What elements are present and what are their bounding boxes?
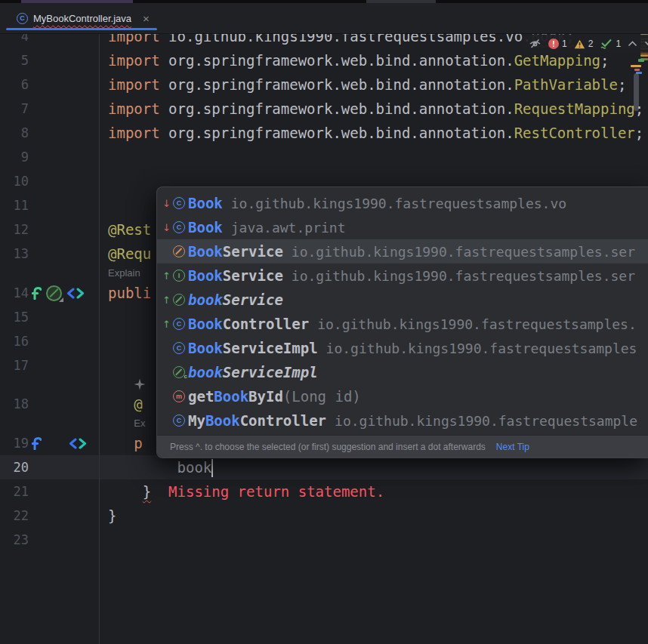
code-line[interactable]: import org.springframework.web.bind.anno… [108,121,643,145]
completion-tail: java.awt.print [231,220,346,236]
line-number[interactable]: 12 [0,217,29,242]
code-line[interactable]: p [108,431,143,455]
spring-bean-field-icon [173,294,185,306]
ide-window: 4import io.github.kings1990.fastrequests… [0,0,648,644]
completion-item[interactable]: BookServiceio.github.kings1990.fastreque… [157,239,648,263]
completion-item[interactable]: ↓CBookio.github.kings1990.fastrequestsam… [157,191,648,215]
code-token: p [108,435,143,451]
completion-name: BookServiceImpl [188,340,318,356]
chevron-up-icon [628,41,637,47]
code-line[interactable]: publi [108,281,151,305]
prev-problem-button[interactable] [628,41,637,47]
code-token: @Rest [108,221,151,238]
completion-item-type: C [173,414,188,427]
completion-item-type: C [173,221,188,233]
error-icon: ! [548,39,559,49]
gutter-icons[interactable] [32,431,87,455]
code-token: @ [108,396,143,412]
line-number[interactable]: 10 [0,169,29,193]
warning-stripe-mark[interactable] [631,65,641,67]
completion-item-type: I [173,270,188,282]
spring-bean-icon [46,285,62,301]
ai-inlay-hint[interactable]: Ex [134,416,145,431]
vcs-stripe-mark[interactable] [638,59,644,62]
completion-item[interactable]: ↑IBookServiceio.github.kings1990.fastreq… [157,263,648,288]
completion-item[interactable]: ↑CBookControllerio.github.kings1990.fast… [157,312,648,336]
java-class-icon: C [17,13,28,24]
line-number[interactable]: 22 [0,504,29,528]
code-line[interactable]: @ [108,392,143,416]
completion-item-type [173,294,188,306]
code-line[interactable]: import org.springframework.web.bind.anno… [108,72,626,97]
passed-count-badge[interactable]: 1 [600,39,621,49]
completion-hint-text: Press ^. to choose the selected (or firs… [170,442,486,452]
gutter-separator [99,33,100,644]
code-token: ; [600,52,609,69]
gutter-icons[interactable] [32,281,85,305]
completion-item[interactable]: cbookServiceImpl [157,360,648,384]
completion-item-type: c [173,366,188,378]
ai-inlay-action[interactable] [134,378,146,390]
completion-hint-bar: Press ^. to choose the selected (or firs… [157,435,648,458]
line-number[interactable]: 7 [0,97,29,121]
code-line[interactable]: @Requ [108,242,151,266]
top-strip [0,0,648,3]
ai-sparkle-icon [134,378,146,390]
eye-off-icon [529,39,542,49]
code-line[interactable]: } [108,504,116,528]
caret [211,459,213,477]
completion-name: bookService [188,291,283,308]
line-number[interactable]: 17 [0,353,29,377]
warning-count-badge[interactable]: 2 [574,39,594,49]
tab-close-button[interactable]: × [143,13,150,24]
line-number[interactable]: 23 [0,528,29,552]
next-problem-button[interactable] [644,41,648,47]
completion-tail: io.github.kings1990.fastrequestsample [335,413,637,429]
line-number[interactable]: 18 [0,392,29,416]
line-number[interactable]: 21 [0,479,29,504]
ai-inlay-hint[interactable]: Explain [108,266,140,281]
error-stripe-mark[interactable] [634,69,640,71]
passed-count: 1 [616,39,621,49]
top-strip-gray-segment [366,0,436,3]
completion-item[interactable]: CMyBookControllerio.github.kings1990.fas… [157,408,648,433]
code-token [151,483,168,500]
scrollbar-thumb[interactable] [634,73,639,111]
class-icon: C [173,414,185,427]
line-number[interactable]: 16 [0,329,29,353]
line-number[interactable]: 5 [0,48,29,72]
error-count-badge[interactable]: ! 1 [548,39,567,49]
completion-item-type: C [173,318,188,330]
code-token: import [108,76,168,93]
line-number[interactable]: 13 [0,242,29,266]
line-number[interactable]: 9 [0,145,29,169]
warning-stripe-mark[interactable] [640,54,648,57]
api-doc-icon [69,438,87,449]
hide-inspections-button[interactable] [529,39,542,49]
line-number[interactable]: 14 [0,281,29,305]
completion-item[interactable]: mgetBookById(Long id) [157,384,648,408]
completion-name: getBookById [188,388,283,405]
completion-item[interactable]: ↓CBookjava.awt.print [157,215,648,239]
code-line[interactable]: book [108,455,213,479]
code-token: @Requ [108,245,151,262]
line-number[interactable]: 20 [0,455,29,479]
excluded-class-icon [173,245,185,257]
completion-item[interactable]: ↑bookService [157,288,648,312]
line-number[interactable]: 11 [0,193,29,217]
next-tip-link[interactable]: Next Tip [496,442,529,452]
line-number[interactable]: 19 [0,431,29,455]
priority-up-arrow-icon: ↑ [162,319,173,329]
completion-item[interactable]: CBookServiceImplio.github.kings1990.fast… [157,336,648,360]
completion-name: MyBookController [188,412,326,429]
code-line[interactable]: import org.springframework.web.bind.anno… [108,97,643,121]
priority-up-arrow-icon: ↑ [162,271,173,281]
line-number[interactable]: 8 [0,121,29,145]
line-number[interactable]: 15 [0,305,29,329]
completion-tail: io.github.kings1990.fastrequestsamples.s… [292,244,635,260]
completion-tail: io.github.kings1990.fastrequestsamples. [317,316,637,332]
line-number[interactable]: 6 [0,72,29,97]
code-line[interactable]: @Rest [108,217,151,242]
top-strip-purple-segment [21,0,133,3]
code-line[interactable]: } Missing return statement. [108,479,384,504]
